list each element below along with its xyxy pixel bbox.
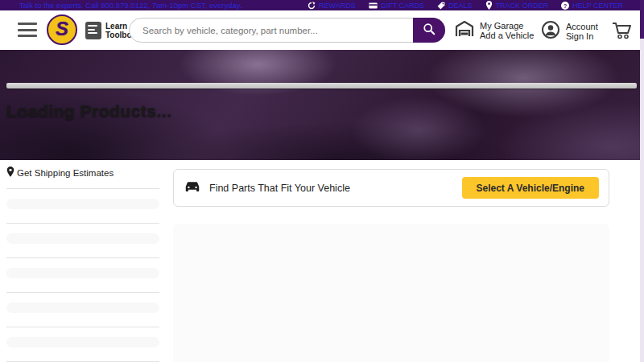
search-button[interactable]	[413, 18, 445, 43]
gift-cards-label: GIFT CARDS	[381, 2, 424, 10]
sidebar-divider	[6, 257, 159, 258]
location-pin-icon	[6, 167, 14, 179]
main-panel: Find Parts That Fit Your Vehicle Select …	[173, 160, 609, 362]
sidebar-skeleton-row	[6, 268, 159, 278]
garage-icon	[455, 20, 474, 41]
filters-sidebar: Get Shipping Estimates	[6, 160, 159, 362]
scrollbar-track[interactable]	[640, 0, 644, 362]
menu-hamburger-icon[interactable]	[18, 23, 37, 37]
sidebar-skeleton-row	[6, 337, 159, 348]
shipping-estimates-toggle[interactable]: Get Shipping Estimates	[6, 167, 159, 179]
deals-label: DEALS	[448, 2, 473, 10]
account-label: Account	[566, 22, 598, 32]
car-icon	[184, 180, 201, 196]
sidebar-skeleton-row	[6, 233, 159, 244]
hero-banner: Loading Products...	[0, 50, 644, 160]
content-area: Get Shipping Estimates Find Parts That F…	[0, 160, 644, 362]
cart-icon	[612, 28, 633, 42]
my-garage-button[interactable]: My Garage Add a Vehicle	[455, 20, 534, 41]
rewards-label: REWARDS	[319, 2, 356, 10]
rewards-icon	[308, 2, 316, 10]
track-order-icon	[485, 1, 493, 10]
rewards-link[interactable]: REWARDS	[308, 2, 356, 10]
top-links: REWARDS GIFT CARDS DEALS TRACK ORDER ? H…	[308, 1, 623, 10]
products-loading-skeleton	[173, 224, 609, 362]
account-sign-in-button[interactable]: Account Sign In	[541, 20, 598, 43]
learn-toolbox-icon[interactable]	[85, 22, 101, 39]
search-input[interactable]	[129, 18, 445, 43]
brand-logo[interactable]: S	[47, 14, 77, 45]
sidebar-divider	[6, 223, 159, 224]
track-order-label: TRACK ORDER	[496, 2, 549, 10]
account-icon	[541, 20, 560, 43]
sidebar-divider	[6, 188, 159, 189]
track-order-link[interactable]: TRACK ORDER	[485, 1, 549, 10]
add-vehicle-label: Add a Vehicle	[480, 31, 534, 41]
top-utility-bar: Talk to the experts. Call 800.979.0122, …	[0, 0, 644, 10]
fit-parts-label: Find Parts That Fit Your Vehicle	[209, 183, 350, 194]
scrollbar-thumb[interactable]	[640, 0, 644, 39]
loading-progress-bar	[6, 83, 637, 88]
cart-button[interactable]	[612, 22, 633, 43]
sidebar-skeleton-row	[6, 302, 159, 313]
gift-cards-icon	[369, 2, 378, 10]
sign-in-label: Sign In	[566, 31, 598, 42]
loading-products-text: Loading Products...	[6, 101, 172, 121]
gift-cards-link[interactable]: GIFT CARDS	[369, 2, 424, 10]
select-vehicle-engine-button[interactable]: Select A Vehicle/Engine	[462, 177, 600, 199]
shipping-estimates-label: Get Shipping Estimates	[17, 168, 114, 178]
deals-link[interactable]: DEALS	[437, 2, 473, 10]
deals-icon	[437, 2, 445, 10]
sidebar-divider	[6, 292, 159, 293]
help-center-icon: ?	[561, 2, 569, 10]
search-icon	[423, 23, 436, 38]
vehicle-fit-card: Find Parts That Fit Your Vehicle Select …	[173, 169, 609, 207]
logo-letter: S	[56, 19, 68, 39]
site-header: S Learn Toolbo: My Garage Add a Vehicle …	[0, 10, 644, 50]
phone-promo-link[interactable]: Talk to the experts. Call 800.979.0122, …	[19, 1, 242, 10]
svg-text:?: ?	[564, 2, 567, 8]
sidebar-divider	[6, 327, 159, 327]
search-bar	[129, 18, 445, 43]
help-center-label: HELP CENTER	[572, 2, 623, 10]
sidebar-skeleton-row	[6, 199, 159, 209]
help-center-link[interactable]: ? HELP CENTER	[561, 2, 623, 10]
my-garage-label: My Garage	[480, 21, 534, 31]
page: Talk to the experts. Call 800.979.0122, …	[0, 0, 644, 362]
